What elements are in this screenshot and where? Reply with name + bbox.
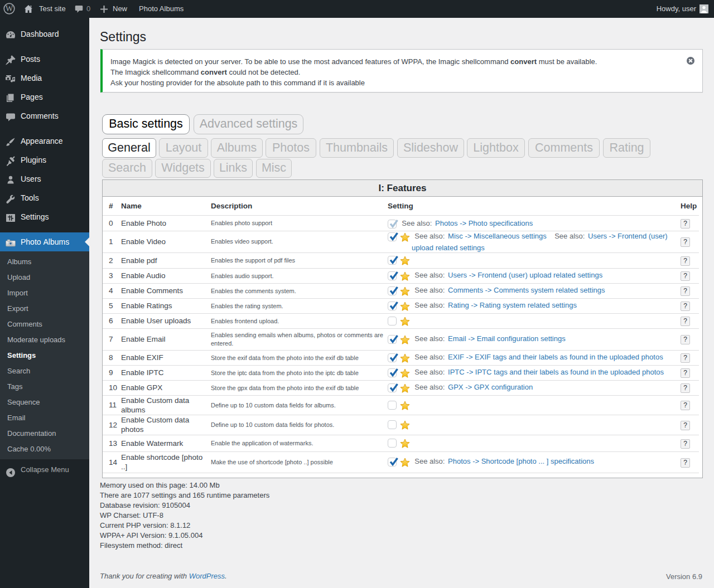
svg-text:W: W (6, 4, 13, 13)
